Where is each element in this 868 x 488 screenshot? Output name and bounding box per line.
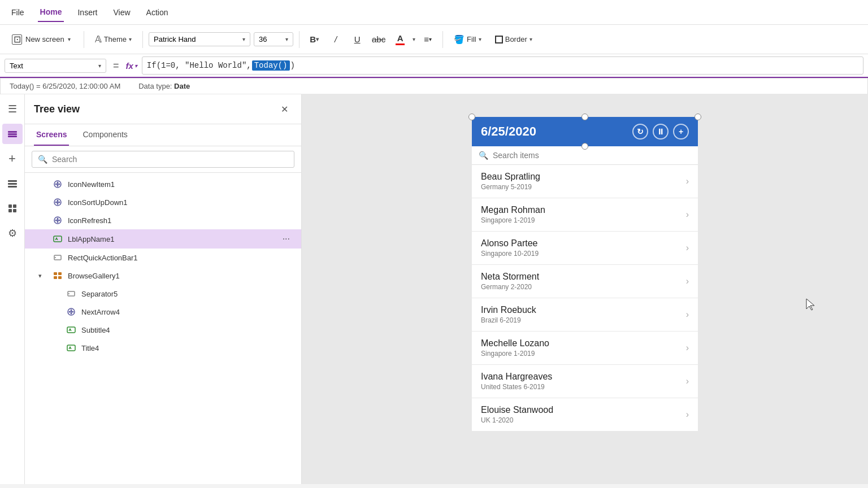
main-area: ☰ + ⚙ Tre bbox=[0, 94, 868, 484]
list-item[interactable]: Ivana Hargreaves United States 6-2019 › bbox=[472, 365, 698, 398]
fx-label: fx bbox=[126, 61, 133, 71]
list-item[interactable]: Elouise Stanwood UK 1-2020 › bbox=[472, 398, 698, 432]
formula-highlighted-part: Today() bbox=[252, 60, 290, 71]
font-color-button[interactable]: A bbox=[391, 30, 409, 49]
list-item-arrow: › bbox=[686, 210, 689, 220]
tree-item-label: Separator5 bbox=[81, 290, 292, 298]
formula-fx-button[interactable]: fx ▾ bbox=[126, 61, 137, 71]
tooltip-datatype-text: Data type: Date bbox=[138, 82, 190, 90]
menu-insert[interactable]: Insert bbox=[75, 3, 99, 21]
tree-item-label: NextArrow4 bbox=[81, 308, 292, 316]
tree-search-box[interactable]: 🔍 bbox=[32, 151, 294, 168]
item-icon-component bbox=[52, 178, 63, 190]
list-item[interactable]: Neta Storment Germany 2-2020 › bbox=[472, 265, 698, 298]
app-search-input[interactable] bbox=[493, 151, 691, 160]
align-button[interactable]: ≡ ▾ bbox=[419, 30, 437, 49]
list-item[interactable]: Megan Rohman Singapore 1-2019 › bbox=[472, 198, 698, 232]
font-family-dropdown[interactable]: Patrick Hand ▾ bbox=[149, 32, 250, 46]
list-item-sub: UK 1-2020 bbox=[481, 416, 686, 424]
list-item-content: Ivana Hargreaves United States 6-2019 bbox=[481, 372, 686, 391]
border-chevron: ▾ bbox=[530, 36, 532, 42]
tree-item-nextArrow4[interactable]: NextArrow4 bbox=[25, 303, 301, 321]
svg-point-16 bbox=[55, 202, 57, 203]
list-item[interactable]: Alonso Partee Singapore 10-2019 › bbox=[472, 232, 698, 265]
tree-search-input[interactable] bbox=[52, 155, 288, 164]
tree-item-browseGallery1[interactable]: ▾ BrowseGallery1 bbox=[25, 267, 301, 285]
menu-bar: File Home Insert View Action bbox=[0, 0, 868, 25]
underline-button[interactable]: U bbox=[348, 30, 366, 49]
list-item-content: Elouise Stanwood UK 1-2020 bbox=[481, 405, 686, 424]
tree-item-iconRefresh1[interactable]: IconRefresh1 bbox=[25, 211, 301, 229]
strikethrough-button[interactable]: abc bbox=[370, 30, 388, 49]
font-color-chevron[interactable]: ▾ bbox=[413, 36, 415, 42]
list-item-name: Beau Spratling bbox=[481, 172, 686, 182]
list-item-arrow: › bbox=[686, 176, 689, 186]
formula-input[interactable]: If(1=0, "Hello World", Today() ) bbox=[142, 56, 863, 75]
tree-item-subtitle4[interactable]: Subtitle4 bbox=[25, 321, 301, 339]
tree-item-title4[interactable]: Title4 bbox=[25, 339, 301, 357]
app-canvas: 6/25/2020 ↻ ⏸ + 🔍 Be bbox=[472, 117, 698, 432]
item-icon-component bbox=[66, 306, 77, 317]
handle-bottom-center[interactable] bbox=[581, 143, 588, 150]
fill-button[interactable]: 🪣 Fill ▾ bbox=[449, 32, 487, 47]
sidebar-data-icon[interactable] bbox=[2, 173, 23, 194]
tree-item-iconNewItem1[interactable]: IconNewItem1 bbox=[25, 175, 301, 193]
tree-tab-components[interactable]: Components bbox=[80, 124, 129, 146]
italic-button[interactable]: / bbox=[327, 30, 345, 49]
tree-close-button[interactable]: ✕ bbox=[276, 101, 292, 117]
tree-item-rectQuickActionBar1[interactable]: RectQuickActionBar1 bbox=[25, 249, 301, 267]
italic-icon: / bbox=[335, 34, 337, 44]
sidebar-icons: ☰ + ⚙ bbox=[0, 94, 25, 484]
list-item-name: Mechelle Lozano bbox=[481, 338, 686, 348]
align-icon: ≡ bbox=[424, 34, 429, 44]
svg-point-24 bbox=[57, 221, 59, 223]
tree-item-more-button[interactable]: ··· bbox=[280, 233, 292, 245]
sidebar-hamburger-icon[interactable]: ☰ bbox=[2, 99, 23, 119]
svg-rect-30 bbox=[54, 276, 57, 279]
theme-button[interactable]: 𝔸 Theme ▾ bbox=[90, 31, 137, 47]
font-size-dropdown[interactable]: 36 ▾ bbox=[254, 32, 293, 46]
sidebar-add-icon[interactable]: + bbox=[2, 149, 23, 169]
new-screen-chevron: ▾ bbox=[68, 36, 71, 42]
list-item-sub: Germany 5-2019 bbox=[481, 183, 686, 191]
menu-file[interactable]: File bbox=[9, 3, 27, 21]
tooltip-type-value: Date bbox=[174, 82, 190, 90]
menu-action[interactable]: Action bbox=[144, 3, 171, 21]
bold-chevron: ▾ bbox=[316, 36, 319, 42]
formula-after: ) bbox=[290, 61, 295, 70]
pause-btn[interactable]: ⏸ bbox=[653, 124, 669, 140]
handle-top-left[interactable] bbox=[468, 114, 475, 120]
list-item[interactable]: Irvin Roebuck Brazil 6-2019 › bbox=[472, 298, 698, 332]
svg-point-14 bbox=[57, 185, 59, 187]
tree-item-separator5[interactable]: Separator5 bbox=[25, 285, 301, 303]
tree-item-lblAppName1[interactable]: LblAppName1 ··· bbox=[25, 229, 301, 249]
tree-tab-screens[interactable]: Screens bbox=[34, 124, 69, 146]
bold-button[interactable]: B ▾ bbox=[305, 30, 323, 49]
refresh-btn[interactable]: ↻ bbox=[632, 124, 648, 140]
tree-item-iconSortUpDown1[interactable]: IconSortUpDown1 bbox=[25, 193, 301, 211]
sidebar-component-icon[interactable] bbox=[2, 198, 23, 219]
sidebar-settings-icon[interactable]: ⚙ bbox=[2, 223, 23, 243]
list-container: Beau Spratling Germany 5-2019 › Megan Ro… bbox=[472, 165, 698, 432]
tree-item-label: IconNewItem1 bbox=[68, 180, 292, 189]
list-item[interactable]: Mechelle Lozano Singapore 1-2019 › bbox=[472, 332, 698, 365]
svg-point-11 bbox=[55, 184, 57, 185]
font-color-icon: A bbox=[397, 33, 403, 43]
border-button[interactable]: Border ▾ bbox=[490, 32, 537, 46]
expand-chevron[interactable]: ▾ bbox=[38, 272, 47, 280]
list-item[interactable]: Beau Spratling Germany 5-2019 › bbox=[472, 165, 698, 198]
item-icon-component bbox=[52, 197, 63, 208]
svg-rect-7 bbox=[13, 204, 16, 208]
menu-view[interactable]: View bbox=[111, 3, 132, 21]
svg-rect-1 bbox=[8, 133, 17, 135]
new-screen-icon: ⊡ bbox=[12, 34, 22, 45]
tree-item-label: RectQuickActionBar1 bbox=[68, 254, 292, 262]
sidebar-layers-icon[interactable] bbox=[2, 124, 23, 144]
handle-top-right[interactable] bbox=[695, 114, 701, 120]
formula-selector[interactable]: Text ▾ bbox=[5, 59, 106, 73]
add-btn[interactable]: + bbox=[673, 124, 689, 140]
handle-top-center[interactable] bbox=[581, 114, 588, 120]
tooltip-formula-text: Today() = 6/25/2020, 12:00:00 AM bbox=[10, 82, 120, 90]
new-screen-button[interactable]: ⊡ New screen ▾ bbox=[5, 30, 78, 49]
menu-home[interactable]: Home bbox=[38, 3, 64, 22]
